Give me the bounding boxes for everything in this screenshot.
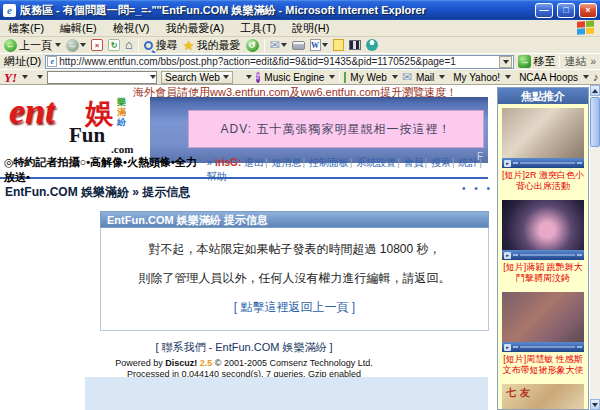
note-icon-button[interactable] [333,39,344,51]
list-item[interactable]: ▸ [短片]蔣穎 跳艷舞大鬥擊膊周汶錡 [498,196,588,288]
site-logo[interactable]: ent 娛 樂滿紛 Fun .com [5,97,150,163]
window-title: 版務區 - 有個問題一問=_=-""EntFun.COM 娛樂滿紛 - Micr… [20,3,531,18]
player-control-icon [513,162,518,164]
video-thumbnail[interactable]: ▸ [502,200,584,260]
search-web-button[interactable]: Search Web [161,71,233,84]
go-label: 移至 [533,54,555,69]
list-item[interactable]: 七友 ▸ [498,380,588,410]
stop-button[interactable]: × [91,39,103,51]
music-icon: ♪ [593,71,599,83]
seek-track[interactable] [520,254,575,256]
breadcrumb: EntFun.COM 娛樂滿紛 » 提示信息 [5,184,190,201]
star-icon: ★ [183,38,195,53]
menu-tools[interactable]: 工具(T) [232,20,284,37]
word-icon: W [310,39,321,51]
nav-link-messages[interactable]: 短消息 [271,157,301,168]
toolbar-separator [264,39,265,52]
yahoo-logo[interactable]: Y! [4,71,17,84]
restore-button[interactable]: □ [557,3,575,18]
discuss-icon-button[interactable] [349,40,361,50]
pencil-icon[interactable] [31,76,33,78]
video-thumbnail[interactable]: ▸ [502,108,584,168]
yahoo-mail-icon: ✉ [402,70,412,84]
page-icon: e [47,56,57,67]
chevron-down-icon[interactable] [22,75,28,79]
play-icon[interactable]: ▸ [504,160,511,167]
nav-link-members[interactable]: 會員 [404,157,424,168]
video-caption[interactable]: [短片]周慧敏 性感斯文布帶短裙形象大使 [498,352,588,380]
search-web-label: Search Web [165,72,220,83]
logo-ent-text: ent [9,93,55,129]
history-button[interactable]: ↺ [246,39,259,52]
nav-link-settings[interactable]: 系統設置 [356,157,396,168]
top-banner: ADV: 五十萬張獨家明星靚相一按這裡！ F [150,97,488,163]
list-item[interactable]: ▸ [短片]2R 激突白色小背心出席活動 [498,104,588,196]
video-caption[interactable]: [短片]2R 激突白色小背心出席活動 [498,168,588,196]
list-item[interactable]: ▸ [短片]周慧敏 性感斯文布帶短裙形象大使 [498,288,588,380]
chevron-down-icon [223,75,229,79]
home-button[interactable]: ⌂ [125,39,133,51]
links-label[interactable]: 連結 [564,54,586,69]
video-thumbnail[interactable]: ▸ [502,292,584,352]
scroll-up-button[interactable] [590,85,600,96]
address-dropdown-button[interactable] [499,56,512,68]
chevron-down-icon [246,75,252,79]
back-button[interactable]: ← 上一頁 [4,38,61,53]
nav-link-logout[interactable]: 退出 [244,157,264,168]
media-player-bar: ▸ [502,342,584,352]
nav-link-search[interactable]: 搜索 [431,157,451,168]
address-input-box: e [45,55,514,69]
music-engine-label[interactable]: Music Engine [264,72,324,83]
address-input[interactable] [59,56,499,68]
menu-favorites[interactable]: 我的最愛(A) [157,20,232,37]
chevron-down-icon [281,43,287,47]
sidebar-header: 焦點推介 [498,88,588,104]
menu-file[interactable]: 檔案(F) [0,20,52,37]
refresh-button[interactable]: ↻ [108,39,120,51]
menu-help[interactable]: 說明(H) [284,20,337,37]
video-caption[interactable]: [短片]蔣穎 跳艷舞大鬥擊膊周汶錡 [498,260,588,288]
scroll-down-button[interactable] [590,399,600,410]
toolbar-separator [559,55,560,68]
my-web-label[interactable]: My Web [350,72,387,83]
search-button[interactable]: 搜尋 [144,38,178,53]
chevron-down-icon [322,43,328,47]
play-icon[interactable]: ▸ [504,344,511,351]
thumbnail-image [502,200,584,250]
contact-link[interactable]: [ 聯系我們 - EntFun.COM 娛樂滿紛 ] [0,340,488,355]
yahoo-toolbar: Y! Search Web ♪ Music Engine My Web ✉ Ma… [0,69,600,85]
messenger-icon-button[interactable] [366,39,378,51]
notice-line-2: 則除了管理人員以外，任何人沒有權力進行編輯，請返回。 [109,270,480,287]
ncaa-hoops-label[interactable]: NCAA Hoops [519,72,578,83]
menu-edit[interactable]: 編輯(E) [52,20,105,37]
vertical-scrollbar[interactable] [590,85,600,410]
my-yahoo-label[interactable]: My Yahoo! [453,72,500,83]
mail-button[interactable]: ✉ [270,38,287,52]
links-overflow[interactable]: » [590,56,596,67]
nav-link-help[interactable]: 幫助 [207,171,227,182]
print-button[interactable] [292,41,305,50]
scrollbar-thumb[interactable] [590,97,600,147]
seek-track[interactable] [520,346,575,348]
seek-track[interactable] [520,162,575,164]
notice-panel-body: 對不起，本站限定如果帖子發表的時間超過 10800 秒， 則除了管理人員以外，任… [100,228,489,331]
chevron-down-icon[interactable] [37,75,43,79]
play-icon[interactable]: ▸ [504,252,511,259]
adv-banner-link[interactable]: ADV: 五十萬張獨家明星靚相一按這裡！ [188,110,484,148]
favorites-label: 我的最愛 [197,38,241,53]
edit-with-word-button[interactable]: W [310,39,328,51]
yahoo-mail-label[interactable]: Mail [416,72,434,83]
go-back-link[interactable]: [ 點擊這裡返回上一頁 ] [234,300,355,314]
menu-view[interactable]: 檢視(V) [105,20,158,37]
nav-link-stats[interactable]: 統計 [458,157,478,168]
yahoo-search-input[interactable] [48,72,149,83]
forward-button[interactable]: → [66,39,86,52]
site-nav-row: ◎特約記者拍攝○•高解像•火熱頭條•全力放送• » irisG: 退出| 短消息… [0,163,488,179]
minimize-button[interactable]: — [535,3,553,18]
video-thumbnail[interactable]: 七友 ▸ [502,384,584,410]
go-button[interactable]: → 移至 [518,54,555,69]
close-button[interactable]: × [579,3,597,18]
nav-link-control-panel[interactable]: 控制面板 [309,157,349,168]
pencil-icon[interactable] [236,76,238,78]
favorites-button[interactable]: ★ 我的最愛 [183,38,241,53]
